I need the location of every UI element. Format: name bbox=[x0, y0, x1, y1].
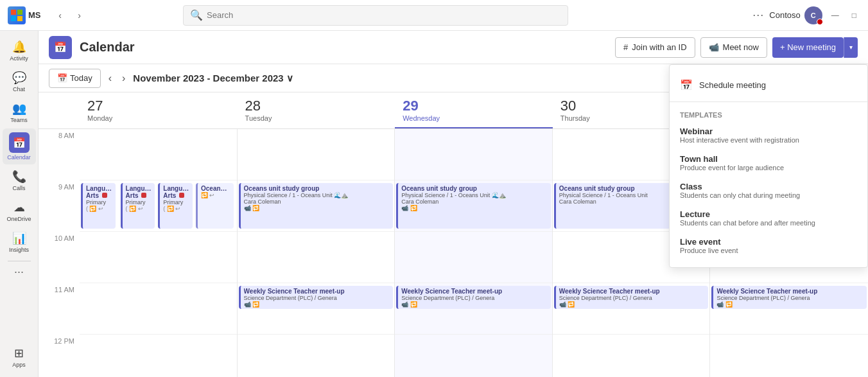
template-webinar[interactable]: Webinar Host interactive event with regi… bbox=[670, 121, 867, 149]
thu-12pm-row bbox=[553, 335, 710, 377]
more-options[interactable]: ··· bbox=[752, 8, 764, 22]
calendar-header: 📅 Calendar # Join with an ID 📹 Meet now … bbox=[39, 31, 868, 64]
tue-11am-row: Weekly Science Teacher meet-up Science D… bbox=[238, 283, 395, 335]
svg-rect-2 bbox=[11, 16, 16, 21]
template-desc-townhall: Produce event for large audience bbox=[680, 164, 857, 171]
event-sub: Primary bbox=[86, 199, 112, 206]
page-title: Calendar bbox=[80, 40, 135, 55]
search-icon: 🔍 bbox=[190, 9, 203, 21]
join-with-id-button[interactable]: # Join with an ID bbox=[615, 37, 695, 58]
onedrive-icon: ☁ bbox=[13, 200, 25, 215]
avatar-badge bbox=[817, 19, 823, 25]
prev-week-button[interactable]: ‹ bbox=[106, 70, 114, 87]
sidebar-item-calendar[interactable]: 📅 Calendar bbox=[3, 128, 36, 164]
tue-9am-row: Oceans unit study group Physical Science… bbox=[238, 180, 395, 232]
day-header-mon: 27 Monday bbox=[80, 92, 238, 128]
sidebar-label-onedrive: OneDrive bbox=[6, 216, 31, 222]
mon-8am-row bbox=[80, 129, 237, 180]
time-header-cell bbox=[39, 92, 80, 128]
profile-area[interactable]: Contoso C bbox=[769, 6, 822, 24]
sidebar-item-insights[interactable]: 📊 Insights bbox=[3, 227, 36, 257]
svg-rect-1 bbox=[17, 10, 22, 15]
sidebar-item-chat[interactable]: 💬 Chat bbox=[3, 67, 36, 96]
day-num-mon: 27 bbox=[87, 98, 230, 114]
event-tue-oceans[interactable]: Oceans unit study group Physical Science… bbox=[239, 183, 394, 229]
wed-10am-row bbox=[395, 232, 552, 283]
day-header-tue: 28 Tuesday bbox=[238, 92, 395, 128]
forward-button[interactable]: › bbox=[71, 6, 89, 24]
event-mon-oceans[interactable]: Oceans unit Physical 🔁 ↩ bbox=[196, 183, 234, 229]
sidebar-label-insights: Insights bbox=[9, 247, 29, 253]
template-townhall[interactable]: Town hall Produce event for large audien… bbox=[670, 149, 867, 177]
event-organizer: Cara Coleman bbox=[401, 198, 548, 205]
wed-9am-row: Oceans unit study group Physical Science… bbox=[395, 180, 552, 232]
template-desc-webinar: Host interactive event with registration bbox=[680, 136, 857, 144]
mini-calendar-icon: 📅 bbox=[57, 73, 67, 83]
today-label: Today bbox=[70, 73, 92, 83]
event-sub: Science Department (PLC) / Genera bbox=[244, 295, 390, 301]
sidebar-label-activity: Activity bbox=[10, 55, 28, 62]
template-class[interactable]: Class Students can only chat during meet… bbox=[670, 177, 867, 204]
sidebar-item-onedrive[interactable]: ☁ OneDrive bbox=[3, 197, 36, 226]
time-label-10am: 10 AM bbox=[55, 234, 74, 242]
new-meeting-dropdown: 📅 Schedule meeting Templates Webinar Hos… bbox=[669, 64, 868, 268]
event-thu-weekly[interactable]: Weekly Science Teacher meet-up Science D… bbox=[554, 286, 709, 309]
mon-10am-row bbox=[80, 232, 237, 283]
template-lecture[interactable]: Lecture Students can chat before and aft… bbox=[670, 204, 867, 232]
fri-12pm-row bbox=[710, 335, 868, 377]
apps-icon: ⊞ bbox=[14, 346, 24, 360]
event-mon-lang1[interactable]: LanguageArts Primary ( 🔁 ↩ bbox=[81, 183, 116, 229]
svg-rect-0 bbox=[11, 10, 16, 15]
schedule-meeting-item[interactable]: 📅 Schedule meeting bbox=[670, 73, 867, 98]
day-num-tue: 28 bbox=[245, 98, 388, 114]
app-logo: MS bbox=[8, 6, 41, 24]
restore-button[interactable]: □ bbox=[848, 11, 860, 20]
sidebar-label-chat: Chat bbox=[13, 86, 25, 92]
sidebar-item-apps[interactable]: ⊞ Apps bbox=[3, 342, 36, 372]
event-wed-oceans[interactable]: Oceans unit study group Physical Science… bbox=[396, 183, 551, 229]
sidebar-item-activity[interactable]: 🔔 Activity bbox=[3, 36, 36, 66]
event-mon-lang2[interactable]: LanguageArts Primary ( 🔁 ↩ bbox=[121, 183, 155, 229]
event-title: LanguageArts bbox=[126, 185, 152, 199]
time-11am: 11 AM bbox=[39, 283, 80, 335]
event-mon-lang3[interactable]: LanguageArts Primary ( 🔁 ↩ bbox=[158, 183, 193, 229]
event-organizer: Cara Coleman bbox=[244, 198, 390, 205]
activity-icon: 🔔 bbox=[12, 40, 26, 54]
sidebar-item-teams[interactable]: 👥 Teams bbox=[3, 98, 36, 127]
event-sub: Primary bbox=[126, 199, 152, 206]
date-range[interactable]: November 2023 - December 2023 ∨ bbox=[133, 73, 293, 84]
template-name-class: Class bbox=[680, 182, 857, 191]
event-tue-weekly[interactable]: Weekly Science Teacher meet-up Science D… bbox=[239, 286, 394, 309]
day-column-mon: LanguageArts Primary ( 🔁 ↩ LanguageArts … bbox=[80, 129, 238, 377]
day-num-wed: 29 bbox=[403, 98, 545, 114]
event-fri-weekly[interactable]: Weekly Science Teacher meet-up Science D… bbox=[711, 286, 867, 309]
sidebar-more[interactable]: ··· bbox=[14, 265, 24, 279]
minimize-button[interactable]: — bbox=[828, 11, 843, 20]
back-button[interactable]: ‹ bbox=[51, 6, 69, 24]
today-button[interactable]: 📅 Today bbox=[49, 69, 101, 88]
meet-now-button[interactable]: 📹 Meet now bbox=[700, 37, 767, 58]
event-wed-weekly[interactable]: Weekly Science Teacher meet-up Science D… bbox=[396, 286, 551, 309]
search-input[interactable] bbox=[207, 10, 561, 20]
insights-icon: 📊 bbox=[12, 231, 26, 245]
template-desc-lecture: Students can chat before and after meeti… bbox=[680, 219, 857, 227]
new-meeting-dropdown-button[interactable]: ▾ bbox=[844, 37, 858, 58]
event-title: LanguageArts bbox=[163, 185, 189, 199]
time-label-11am: 11 AM bbox=[55, 286, 74, 294]
day-name-mon: Monday bbox=[87, 114, 230, 122]
dropdown-divider bbox=[670, 101, 867, 102]
tue-10am-row bbox=[238, 232, 395, 283]
event-title: LanguageArts bbox=[86, 185, 112, 199]
template-live-event[interactable]: Live event Produce live event bbox=[670, 232, 867, 259]
time-10am: 10 AM bbox=[39, 232, 80, 283]
avatar: C bbox=[804, 6, 822, 24]
next-week-button[interactable]: › bbox=[119, 70, 128, 87]
sidebar-item-calls[interactable]: 📞 Calls bbox=[3, 166, 36, 195]
search-bar[interactable]: 🔍 bbox=[183, 5, 568, 26]
meet-now-label: Meet now bbox=[723, 42, 759, 52]
new-meeting-button[interactable]: + New meeting bbox=[772, 37, 844, 58]
date-range-text: November 2023 - December 2023 bbox=[133, 73, 283, 83]
teams-icon: 👥 bbox=[12, 101, 26, 116]
calls-icon: 📞 bbox=[12, 170, 26, 184]
chat-icon: 💬 bbox=[12, 71, 26, 85]
